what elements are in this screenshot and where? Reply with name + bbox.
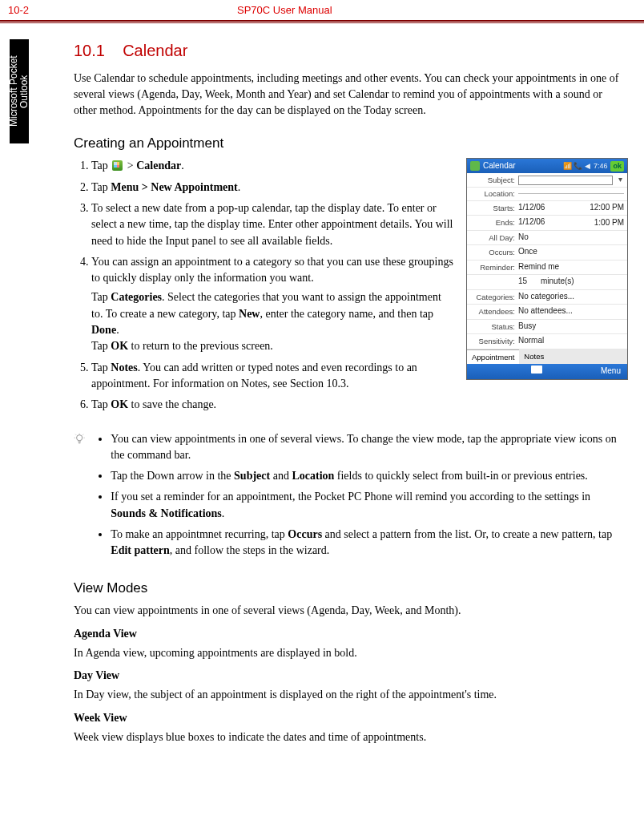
device-softkey-bar: Menu (467, 364, 627, 379)
ends-date[interactable]: 1/12/06 (518, 216, 579, 229)
svg-line-4 (75, 434, 76, 434)
step-text: Tap (91, 181, 111, 193)
step-text: . (116, 324, 119, 336)
tip-bold: Location (292, 470, 334, 482)
field-label: Status: (470, 321, 515, 333)
step-bold: New (239, 308, 260, 320)
device-screenshot: Calendar 📶 📞 ◀ 7:46 ok Subject:▾ Locatio… (466, 158, 628, 380)
day-view-heading: Day View (74, 668, 628, 684)
step-text: . (238, 181, 241, 193)
step-text: Tap (91, 340, 111, 352)
subheading-viewmodes: View Modes (74, 579, 628, 599)
tip-bold: Sounds & Notifications (111, 507, 221, 519)
section-title: Calendar (123, 42, 187, 59)
attendees-value[interactable]: No attendees... (518, 305, 624, 318)
start-icon (112, 160, 123, 171)
svg-point-0 (77, 434, 83, 440)
side-tab-label: Microsoft Pocket Outlook (9, 39, 29, 143)
signal-icon: 📶 📞 ◀ (563, 161, 590, 172)
section-number: 10.1 (74, 42, 105, 59)
keyboard-icon[interactable] (531, 365, 542, 374)
status-value[interactable]: Busy (518, 321, 624, 333)
step-text: Tap (91, 398, 111, 410)
page-number: 10-2 (8, 3, 29, 18)
tab-notes[interactable]: Notes (519, 349, 549, 365)
step-1: Tap > Calendar. (91, 158, 455, 174)
occurs-value[interactable]: Once (518, 246, 624, 259)
agenda-view-text: In Agenda view, upcoming appointments ar… (74, 645, 628, 661)
step-bold: Calendar (136, 160, 181, 172)
step-bold: OK (111, 340, 128, 352)
field-label: All Day: (470, 232, 515, 244)
week-view-text: Week view displays blue boxes to indicat… (74, 729, 628, 745)
subject-input[interactable] (518, 176, 613, 185)
device-tabs: Appointment Notes (467, 349, 627, 365)
starts-date[interactable]: 1/12/06 (518, 202, 579, 215)
device-clock: 7:46 (594, 161, 608, 172)
field-label: Subject: (470, 175, 515, 186)
subheading-creating: Creating an Appointment (74, 134, 628, 154)
tip-bold: Occurs (288, 528, 322, 540)
step-bold: Done (91, 324, 116, 336)
ok-button[interactable]: ok (610, 161, 624, 172)
field-label: Location: (470, 188, 515, 200)
softkey-menu[interactable]: Menu (601, 365, 621, 378)
chevron-down-icon[interactable]: ▾ (616, 174, 624, 186)
step-text: to return to the previous screen. (128, 340, 273, 352)
location-input[interactable] (518, 193, 624, 194)
tip-bold: Edit pattern (111, 544, 170, 556)
agenda-view-heading: Agenda View (74, 626, 628, 642)
step-3: To select a new date from a pop-up calen… (91, 200, 455, 249)
device-form: Subject:▾ Location: Starts:1/12/0612:00 … (467, 173, 627, 349)
tip-text: . (222, 507, 225, 519)
reminder-value[interactable]: Remind me (518, 261, 624, 274)
section-intro: Use Calendar to schedule appointments, i… (74, 71, 628, 119)
tip-text: and select a pattern from the list. Or, … (322, 528, 612, 540)
reminder-qty[interactable]: 15 (518, 276, 537, 289)
step-5: Tap Notes. You can add written or typed … (91, 360, 455, 393)
starts-time[interactable]: 12:00 PM (582, 202, 624, 214)
tip-bold: Subject (234, 470, 270, 482)
tip-item: You can view appointments in one of seve… (111, 431, 628, 464)
tip-item: If you set a reminder for an appointment… (111, 489, 628, 522)
field-label: Categories: (470, 292, 515, 303)
tip-item: To make an appointmnet recurring, tap Oc… (111, 527, 628, 559)
categories-value[interactable]: No categories... (518, 291, 624, 304)
step-text: > (124, 160, 136, 172)
tip-text: fields to quickly select from built-in o… (334, 470, 587, 482)
field-label: Occurs: (470, 247, 515, 258)
viewmodes-intro: You can view appointments in one of seve… (74, 603, 628, 619)
steps-list: Tap > Calendar. Tap Menu > New Appointme… (74, 158, 455, 413)
step-6: Tap OK to save the change. (91, 397, 455, 413)
tip-text: , and follow the steps in the wizard. (170, 544, 329, 556)
field-label: Ends: (470, 217, 515, 228)
sensitivity-value[interactable]: Normal (518, 335, 624, 348)
step-text: Tap (91, 361, 111, 374)
doc-title: SP70C User Manual (237, 3, 628, 18)
allday-value[interactable]: No (518, 232, 624, 244)
chapter-side-tab: Microsoft Pocket Outlook (10, 39, 29, 143)
step-text: to save the change. (128, 398, 216, 410)
step-text: You can assign an appointment to a categ… (91, 256, 453, 284)
reminder-unit[interactable]: minute(s) (541, 276, 624, 289)
tips-block: You can view appointments in one of seve… (74, 431, 628, 564)
svg-line-5 (83, 434, 83, 434)
ends-time[interactable]: 1:00 PM (582, 217, 624, 229)
tip-text: To make an appointmnet recurring, tap (111, 528, 288, 540)
tab-appointment[interactable]: Appointment (467, 349, 519, 365)
step-bold: Menu > New Appointment (111, 181, 237, 193)
step-bold: Categories (111, 291, 162, 303)
step-text: Tap (91, 160, 111, 172)
field-label: Reminder: (470, 262, 515, 273)
device-titlebar: Calendar 📶 📞 ◀ 7:46 ok (467, 159, 627, 173)
field-label: Starts: (470, 203, 515, 214)
step-text: . You can add written or typed notes and… (91, 361, 417, 390)
day-view-text: In Day view, the subject of an appointme… (74, 687, 628, 703)
tip-text: Tap the Down arrow in the (111, 470, 234, 482)
start-menu-icon[interactable] (470, 161, 480, 171)
field-label: Attendees: (470, 306, 515, 317)
step-2: Tap Menu > New Appointment. (91, 180, 455, 196)
section-heading: 10.1 Calendar (74, 39, 628, 63)
step-text: , enter the category name, and then tap (260, 308, 433, 320)
step-text: . (181, 160, 184, 172)
